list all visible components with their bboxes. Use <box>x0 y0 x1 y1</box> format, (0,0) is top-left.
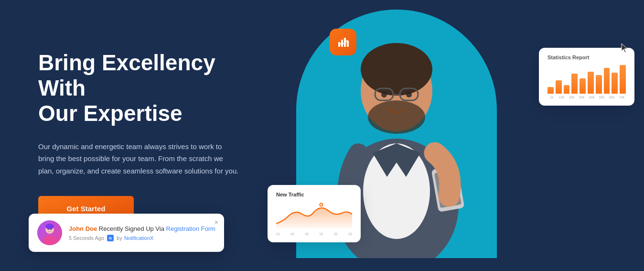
notification-text: John Doe Recently Signed Up Via Registra… <box>69 224 215 242</box>
close-button[interactable]: × <box>215 218 218 226</box>
svg-point-2 <box>45 224 54 229</box>
svg-point-25 <box>320 204 322 206</box>
notification-card: John Doe Recently Signed Up Via Registra… <box>29 214 224 252</box>
notification-time: 5 Seconds Ago N by NotificationX <box>69 235 215 241</box>
stat-label: 60k <box>608 96 616 99</box>
avatar <box>37 220 62 245</box>
stat-label: 40k <box>588 96 596 99</box>
traffic-labels: 010202020202 <box>276 232 352 236</box>
stat-label: 20k <box>568 96 576 99</box>
stats-bars <box>547 65 626 94</box>
chart-icon-badge <box>330 29 356 55</box>
traffic-title: New Traffic <box>276 192 352 197</box>
svg-point-16 <box>368 100 425 134</box>
stat-bar <box>556 80 562 94</box>
svg-point-5 <box>51 229 52 230</box>
stats-labels: 1k10k20k30k40k50k60k70k <box>547 96 626 99</box>
stat-bar <box>564 85 570 94</box>
svg-point-3 <box>43 236 56 245</box>
svg-point-15 <box>361 43 432 96</box>
stat-bar <box>596 75 602 94</box>
stat-label: 50k <box>598 96 606 99</box>
svg-point-20 <box>381 92 387 98</box>
stat-label: 70k <box>618 96 626 99</box>
notification-brand: NotificationX <box>124 235 154 241</box>
right-content: Statistics Report 1k10k20k30k40k50k60k70… <box>277 0 644 271</box>
traffic-card: New Traffic 010202020202 <box>268 185 361 242</box>
traffic-chart-svg <box>276 202 352 228</box>
stat-bar <box>604 68 610 94</box>
stat-label: 1k <box>547 96 556 99</box>
stat-bar <box>588 72 594 94</box>
traffic-label: 02 <box>305 232 309 236</box>
traffic-label: 02 <box>320 232 323 236</box>
traffic-label: 01 <box>276 232 280 236</box>
stat-bar <box>571 74 578 94</box>
svg-rect-11 <box>347 41 349 47</box>
stat-bar <box>612 73 618 94</box>
stats-title: Statistics Report <box>547 54 626 60</box>
stat-bar <box>580 78 586 94</box>
bar-chart-icon <box>336 35 350 49</box>
main-heading: Bring Excellency With Our Expertise <box>38 50 239 126</box>
hero-section: Bring Excellency With Our Expertise Our … <box>0 0 644 271</box>
svg-point-4 <box>48 229 49 230</box>
svg-text:N: N <box>109 236 112 240</box>
stats-card: Statistics Report 1k10k20k30k40k50k60k70… <box>539 48 634 106</box>
stat-label: 10k <box>558 96 566 99</box>
traffic-label: 02 <box>334 232 338 236</box>
notification-link: Registration Form <box>166 225 215 232</box>
stat-bar <box>620 65 626 94</box>
notification-name: John Doe <box>69 225 97 232</box>
traffic-label: 02 <box>290 232 294 236</box>
traffic-label: 02 <box>348 232 352 236</box>
svg-point-21 <box>406 92 412 98</box>
main-description: Our dynamic and energetic team always st… <box>38 141 239 177</box>
stat-label: 30k <box>578 96 586 99</box>
stat-bar <box>547 87 554 94</box>
